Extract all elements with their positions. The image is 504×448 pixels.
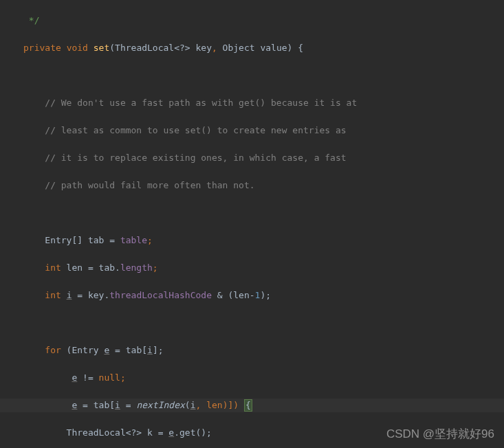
code-line: int i = key.threadLocalHashCode & (len-1…: [23, 289, 504, 302]
code-line: [23, 206, 504, 220]
code-line: ThreadLocal<?> k = e.get();: [23, 426, 504, 440]
code-line: // least as common to use set() to creat…: [23, 124, 504, 137]
matched-brace: {: [244, 399, 252, 412]
code-line: private void set(ThreadLocal<?> key, Obj…: [23, 41, 504, 55]
code-line: // it is to replace existing ones, in wh…: [23, 151, 504, 165]
code-line: */: [23, 14, 504, 27]
code-editor[interactable]: */ private void set(ThreadLocal<?> key, …: [0, 0, 504, 448]
code-line: [23, 316, 504, 330]
code-line-highlighted: e = tab[i = nextIndex(i, len)]) {: [23, 399, 504, 412]
code-line: [23, 69, 504, 82]
code-line: for (Entry e = tab[i];: [23, 344, 504, 357]
code-line: // We don't use a fast path as with get(…: [23, 96, 504, 110]
code-line: Entry[] tab = table;: [23, 234, 504, 247]
code-line: // path would fail more often than not.: [23, 179, 504, 192]
code-line: int len = tab.length;: [23, 261, 504, 275]
code-line: e != null;: [23, 371, 504, 385]
